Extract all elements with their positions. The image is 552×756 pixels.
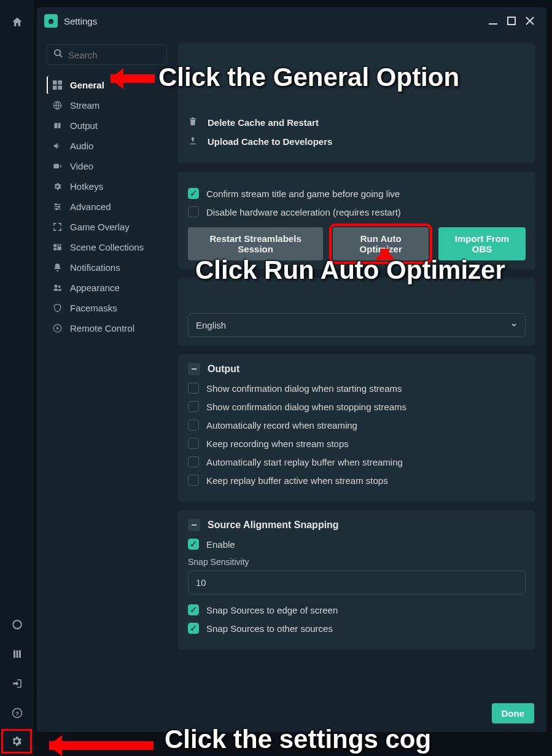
startup-options-panel: ✓ Confirm stream title and game before g… [178,172,535,269]
window-title: Settings [64,16,97,26]
svg-rect-12 [58,85,62,90]
record-status-icon[interactable] [10,617,25,632]
window-maximize-button[interactable] [502,12,521,30]
play-circle-icon [50,324,64,333]
trash-icon [188,117,201,128]
sidebar-item-notifications[interactable]: Notifications [47,259,167,276]
sidebar-item-label: Stream [70,100,99,111]
scenes-icon [50,243,64,252]
output-panel: − Output Show confirmation dialog when s… [178,354,535,502]
delete-cache-action[interactable]: Delete Cache and Restart [188,117,526,128]
settings-cog-highlight [1,729,32,754]
output-check-3[interactable]: Keep recording when stream stops [188,438,526,449]
settings-sidebar: General Stream Output Audio Video Hotkey… [37,34,172,732]
output-check-2[interactable]: Automatically record when streaming [188,419,526,431]
check-label: Show confirmation dialog when starting s… [206,383,402,394]
sidebar-item-hotkeys[interactable]: Hotkeys [47,177,167,195]
svg-rect-14 [54,123,57,128]
sidebar-item-video[interactable]: Video [47,157,167,175]
svg-point-19 [56,208,58,210]
speaker-icon [50,141,64,150]
checkbox-icon: ✓ [188,539,199,550]
svg-rect-6 [489,23,497,25]
snap-sensitivity-label: Snap Sensitivity [188,557,526,567]
svg-point-18 [58,206,60,208]
home-icon[interactable] [10,15,25,29]
snap-other-check[interactable]: ✓ Snap Sources to other sources [188,623,526,634]
check-label: Disable hardware acceleration (requires … [206,207,401,217]
cache-panel: Delete Cache and Restart Upload Cache to… [178,43,535,163]
panel-header[interactable]: − Output [188,363,526,375]
sidebar-item-label: Video [70,161,93,171]
users-icon [50,283,64,292]
window-titlebar: ☻ Settings [37,7,546,34]
app-logo-icon: ☻ [44,14,58,28]
restart-streamlabels-button[interactable]: Restart Streamlabels Session [188,227,323,260]
svg-rect-21 [57,244,59,246]
checkbox-icon: ✓ [188,188,199,199]
svg-point-17 [55,204,56,206]
done-button[interactable]: Done [492,703,535,723]
svg-rect-7 [508,17,515,25]
search-input-wrap[interactable] [47,44,167,65]
confirm-title-check[interactable]: ✓ Confirm stream title and game before g… [188,188,526,199]
output-icon [50,121,64,130]
logout-icon[interactable] [10,676,25,691]
checkbox-icon [188,419,199,431]
sidebar-item-output[interactable]: Output [47,117,167,134]
check-label: Automatically start replay buffer when s… [206,457,403,467]
check-label: Confirm stream title and game before goi… [206,189,400,199]
snap-edge-check[interactable]: ✓ Snap Sources to edge of screen [188,604,526,615]
window-minimize-button[interactable] [484,12,502,30]
sidebar-item-label: Hotkeys [70,181,103,192]
sidebar-item-remote-control[interactable]: Remote Control [47,319,167,337]
sidebar-item-advanced[interactable]: Advanced [47,198,167,216]
import-from-obs-button[interactable]: Import From OBS [438,227,526,260]
output-check-0[interactable]: Show confirmation dialog when starting s… [188,383,526,394]
upload-cache-action[interactable]: Upload Cache to Developers [188,136,526,147]
output-check-1[interactable]: Show confirmation dialog when stopping s… [188,401,526,412]
checkbox-icon [188,456,199,467]
upload-icon [188,136,201,147]
collapse-icon: − [188,519,200,531]
language-select[interactable]: English [188,313,526,337]
snapping-panel: − Source Alignment Snapping ✓ Enable Sna… [178,510,535,650]
window-close-button[interactable] [521,12,539,30]
action-label: Upload Cache to Developers [208,136,332,147]
search-input[interactable] [68,50,160,60]
settings-footer: Done [37,694,546,732]
sidebar-item-label: Remote Control [70,323,134,333]
sidebar-item-label: Output [70,120,98,131]
svg-rect-3 [19,650,21,658]
output-check-4[interactable]: Automatically start replay buffer when s… [188,456,526,467]
sidebar-item-facemasks[interactable]: Facemasks [47,299,167,317]
arrow-icon [49,741,154,750]
svg-rect-16 [53,164,59,169]
sidebar-item-appearance[interactable]: Appearance [47,279,167,297]
svg-rect-23 [57,246,61,250]
disable-hw-accel-check[interactable]: Disable hardware acceleration (requires … [188,206,526,217]
sidebar-item-game-overlay[interactable]: Game Overlay [47,218,167,236]
sidebar-item-audio[interactable]: Audio [47,137,167,155]
check-label: Keep recording when stream stops [206,438,349,449]
snapping-enable-check[interactable]: ✓ Enable [188,539,526,550]
columns-icon[interactable] [10,647,25,661]
snap-sensitivity-input[interactable] [188,571,526,594]
sliders-icon [50,202,64,211]
svg-rect-20 [53,244,56,247]
help-icon[interactable]: ? [10,706,25,720]
check-label: Snap Sources to other sources [206,623,333,634]
panel-header[interactable]: − Source Alignment Snapping [188,519,526,531]
check-label: Snap Sources to edge of screen [206,605,338,615]
expand-icon [50,222,64,232]
language-panel: English [178,278,535,346]
output-check-5[interactable]: Keep replay buffer active when stream st… [188,475,526,486]
settings-main-content: Delete Cache and Restart Upload Cache to… [172,34,546,732]
sidebar-item-scene-collections[interactable]: Scene Collections [47,238,167,256]
svg-point-13 [53,101,61,109]
svg-text:?: ? [15,710,19,717]
sidebar-item-stream[interactable]: Stream [47,96,167,114]
sidebar-item-label: Audio [70,141,93,151]
panel-title: Source Alignment Snapping [208,520,339,531]
settings-cog-icon[interactable] [9,734,24,749]
